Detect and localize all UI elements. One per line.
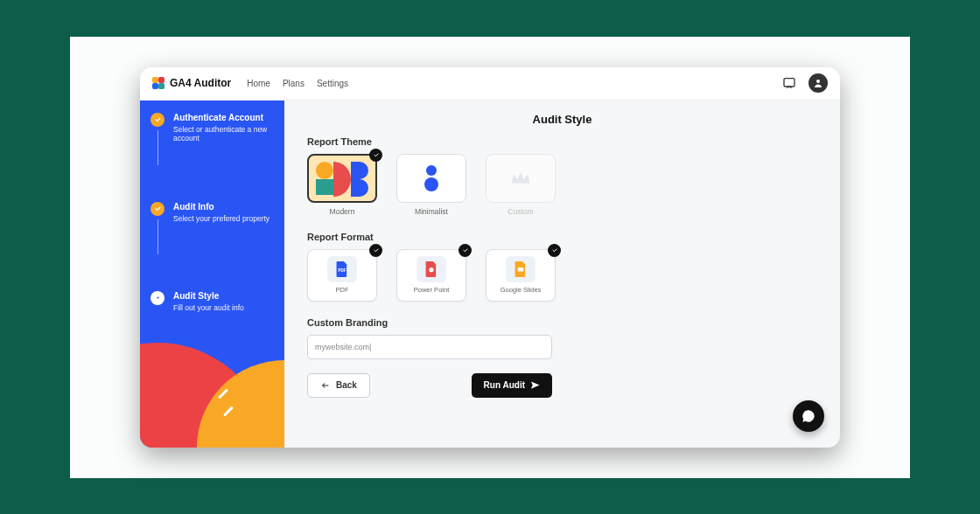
svg-point-4 (429, 267, 433, 272)
run-audit-label: Run Audit (484, 380, 525, 390)
report-theme-label: Report Theme (307, 136, 817, 147)
format-powerpoint[interactable]: Power Point (396, 249, 466, 302)
theme-art-minimalist-icon (424, 165, 438, 191)
selected-check-icon (548, 244, 561, 257)
step-title: Authenticate Account (173, 113, 274, 123)
step-current-icon (150, 291, 164, 305)
report-format-label: Report Format (307, 232, 817, 242)
chat-fab[interactable] (793, 400, 824, 432)
step-authenticate[interactable]: Authenticate Account Select or authentic… (150, 113, 274, 165)
theme-minimalist[interactable]: Minimalist (396, 154, 466, 216)
theme-art-modern-icon (316, 162, 368, 195)
sidebar: Authenticate Account Select or authentic… (140, 101, 284, 448)
format-pdf[interactable]: PDF PDF (307, 249, 377, 302)
format-google-slides[interactable]: Google Slides (486, 249, 556, 302)
notifications-icon[interactable] (780, 74, 798, 92)
nav-plans[interactable]: Plans (283, 79, 304, 88)
theme-custom[interactable]: Custom (486, 154, 556, 216)
svg-rect-5 (518, 267, 523, 272)
back-button[interactable]: Back (307, 373, 370, 398)
crown-icon (508, 166, 533, 191)
run-audit-button[interactable]: Run Audit (472, 373, 552, 398)
send-icon (530, 380, 540, 390)
format-label: Power Point (414, 286, 449, 294)
branding-url-input[interactable] (307, 335, 552, 359)
step-done-icon (150, 113, 164, 127)
svg-rect-0 (784, 79, 794, 87)
avatar[interactable] (808, 73, 828, 93)
step-title: Audit Style (173, 291, 244, 302)
nav: Home Plans Settings (247, 79, 348, 88)
topbar: GA4 Auditor Home Plans Settings (140, 67, 840, 101)
app-window: GA4 Auditor Home Plans Settings (140, 67, 840, 448)
brand-name: GA4 Auditor (170, 77, 231, 89)
step-audit-info[interactable]: Audit Info Select your prefered property (150, 202, 274, 254)
svg-point-1 (816, 80, 820, 83)
theme-modern[interactable]: Modern (307, 154, 377, 216)
pdf-file-icon: PDF (327, 256, 357, 282)
theme-label: Minimalist (396, 207, 466, 216)
main-panel: Audit Style Report Theme Modern (284, 101, 840, 448)
step-sub: Select or authenticate a new account (173, 125, 274, 142)
selected-check-icon (369, 149, 382, 162)
brand-logo-icon (152, 77, 164, 89)
format-label: PDF (336, 286, 349, 294)
selected-check-icon (458, 244, 472, 257)
brand: GA4 Auditor (152, 77, 231, 89)
chat-icon (802, 409, 816, 423)
step-audit-style[interactable]: Audit Style Fill out your audit info (150, 291, 274, 312)
theme-label: Custom (486, 207, 556, 216)
step-done-icon (150, 202, 164, 216)
arrow-left-icon (320, 381, 331, 390)
nav-home[interactable]: Home (247, 79, 270, 88)
step-sub: Select your prefered property (173, 214, 270, 223)
nav-settings[interactable]: Settings (317, 79, 348, 88)
custom-branding-label: Custom Branding (307, 317, 817, 328)
format-label: Google Slides (500, 286, 542, 294)
back-button-label: Back (336, 380, 357, 390)
selected-check-icon (369, 244, 382, 257)
powerpoint-file-icon (416, 256, 446, 282)
google-slides-file-icon (506, 256, 536, 282)
svg-point-2 (157, 296, 158, 298)
svg-text:PDF: PDF (339, 268, 346, 273)
theme-label: Modern (307, 207, 377, 216)
step-sub: Fill out your audit info (173, 303, 244, 312)
step-title: Audit Info (173, 202, 270, 212)
page-title: Audit Style (307, 113, 817, 126)
